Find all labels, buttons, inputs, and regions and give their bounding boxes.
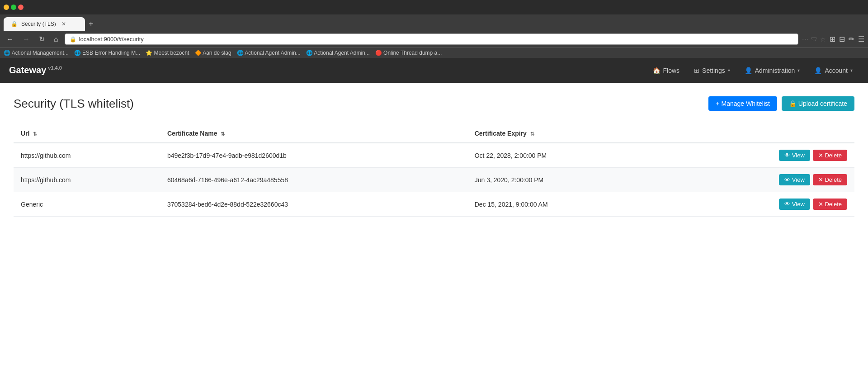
cell-url: https://github.com	[14, 168, 160, 192]
table-header: Url ⇅ Certificate Name ⇅ Certificate Exp…	[14, 124, 854, 143]
more-options-icon[interactable]: ⋯	[802, 36, 808, 43]
admin-nav-icon: 👤	[745, 67, 752, 74]
split-view-icon[interactable]: ⊟	[839, 35, 845, 43]
shield-icon: 🛡	[811, 36, 817, 43]
new-tab-button[interactable]: +	[85, 18, 97, 31]
address-bar-actions: ⋯ 🛡 ☆	[802, 36, 826, 43]
draw-icon[interactable]: ✏	[849, 35, 854, 43]
sidebar-icon[interactable]: ⊞	[830, 35, 835, 43]
delete-button[interactable]: ✕ Delete	[813, 150, 847, 161]
settings-chevron-icon: ▾	[728, 68, 730, 73]
tab-close-btn[interactable]: ✕	[61, 21, 66, 27]
cell-cert-name: 37053284-bed6-4d2e-88dd-522e32660c43	[160, 192, 467, 217]
row-actions: 👁 View✕ Delete	[674, 199, 848, 210]
app-navbar: Gatewayv1.4.0 🏠 Flows ⊞ Settings ▾ 👤 Adm…	[0, 58, 868, 83]
bookmark-meest-bezocht[interactable]: ⭐ Meest bezocht	[146, 50, 189, 56]
table-row: https://github.comb49e2f3b-17d9-47e4-9ad…	[14, 143, 854, 168]
col-actions	[667, 124, 855, 143]
cell-url: Generic	[14, 192, 160, 217]
page-title: Security (TLS whitelist)	[14, 97, 134, 111]
admin-chevron-icon: ▾	[797, 68, 800, 73]
table-row: https://github.com60468a6d-7166-496e-a61…	[14, 168, 854, 192]
address-bar[interactable]: 🔒 localhost:9000/#/security	[65, 33, 798, 45]
address-bar-row: ← → ↻ ⌂ 🔒 localhost:9000/#/security ⋯ 🛡 …	[0, 31, 868, 47]
table-body: https://github.comb49e2f3b-17d9-47e4-9ad…	[14, 143, 854, 217]
bookmark-actional-agent-1[interactable]: 🌐 Actional Agent Admin...	[237, 50, 301, 56]
url-sort-icon: ⇅	[33, 131, 37, 137]
view-button[interactable]: 👁 View	[779, 174, 810, 185]
back-btn[interactable]: ←	[4, 34, 16, 44]
account-nav-icon: 👤	[814, 67, 822, 74]
account-chevron-icon: ▾	[850, 68, 853, 73]
header-actions: + Manage Whitelist 🔒 Upload certificate	[708, 96, 854, 111]
bookmark-actional-agent-2[interactable]: 🌐 Actional Agent Admin...	[306, 50, 370, 56]
forward-btn[interactable]: →	[20, 34, 33, 44]
delete-button[interactable]: ✕ Delete	[813, 199, 847, 210]
bookmarks-bar: 🌐 Actional Management... 🌐 ESB Error Han…	[0, 47, 868, 58]
manage-whitelist-button[interactable]: + Manage Whitelist	[708, 96, 777, 111]
cell-cert-expiry: Oct 22, 2028, 2:00:00 PM	[467, 143, 667, 168]
row-actions: 👁 View✕ Delete	[674, 150, 848, 161]
certificates-table: Url ⇅ Certificate Name ⇅ Certificate Exp…	[14, 124, 854, 217]
bookmark-actional-mgmt[interactable]: 🌐 Actional Management...	[4, 50, 69, 56]
home-nav-icon: 🏠	[653, 67, 660, 74]
settings-nav-icon: ⊞	[694, 67, 699, 74]
upload-certificate-button[interactable]: 🔒 Upload certificate	[782, 96, 854, 111]
reload-btn[interactable]: ↻	[36, 34, 47, 44]
cert-name-sort-icon: ⇅	[221, 131, 225, 137]
bookmark-online-thread[interactable]: 🔴 Online Thread dump a...	[375, 50, 442, 56]
home-btn[interactable]: ⌂	[51, 34, 61, 44]
col-cert-expiry[interactable]: Certificate Expiry ⇅	[467, 124, 667, 143]
row-actions: 👁 View✕ Delete	[674, 174, 848, 185]
view-button[interactable]: 👁 View	[779, 150, 810, 161]
active-tab[interactable]: 🔒 Security (TLS) ✕	[4, 17, 85, 31]
page-header: Security (TLS whitelist) + Manage Whitel…	[14, 96, 854, 111]
app-brand: Gatewayv1.4.0	[9, 65, 62, 76]
cell-actions: 👁 View✕ Delete	[667, 192, 855, 217]
menu-icon[interactable]: ☰	[858, 35, 864, 43]
tab-title: Security (TLS)	[21, 21, 56, 27]
nav-settings[interactable]: ⊞ Settings ▾	[688, 58, 736, 83]
delete-button[interactable]: ✕ Delete	[813, 174, 847, 185]
cell-actions: 👁 View✕ Delete	[667, 168, 855, 192]
tab-favicon: 🔒	[11, 21, 18, 27]
url-text: localhost:9000/#/security	[79, 36, 144, 43]
col-url[interactable]: Url ⇅	[14, 124, 160, 143]
table-row: Generic37053284-bed6-4d2e-88dd-522e32660…	[14, 192, 854, 217]
star-icon[interactable]: ☆	[820, 36, 826, 43]
cell-cert-expiry: Dec 15, 2021, 9:00:00 AM	[467, 192, 667, 217]
nav-administration[interactable]: 👤 Administration ▾	[738, 58, 807, 83]
bookmark-aan-de-slag[interactable]: 🔶 Aan de slag	[195, 50, 231, 56]
maximize-btn[interactable]	[11, 5, 16, 10]
cell-actions: 👁 View✕ Delete	[667, 143, 855, 168]
cell-cert-expiry: Jun 3, 2020, 2:00:00 PM	[467, 168, 667, 192]
nav-flows[interactable]: 🏠 Flows	[646, 58, 686, 83]
tab-bar: 🔒 Security (TLS) ✕ +	[0, 14, 868, 31]
nav-account[interactable]: 👤 Account ▾	[808, 58, 859, 83]
col-cert-name[interactable]: Certificate Name ⇅	[160, 124, 467, 143]
main-content: Security (TLS whitelist) + Manage Whitel…	[0, 83, 868, 383]
minimize-btn[interactable]	[4, 5, 9, 10]
cell-cert-name: b49e2f3b-17d9-47e4-9adb-e981d2600d1b	[160, 143, 467, 168]
close-btn[interactable]	[18, 5, 24, 10]
bookmark-esb-error[interactable]: 🌐 ESB Error Handling M...	[74, 50, 140, 56]
cell-url: https://github.com	[14, 143, 160, 168]
cert-expiry-sort-icon: ⇅	[530, 131, 534, 137]
app-nav: 🏠 Flows ⊞ Settings ▾ 👤 Administration ▾ …	[646, 58, 859, 83]
cell-cert-name: 60468a6d-7166-496e-a612-4ac29a485558	[160, 168, 467, 192]
lock-icon: 🔒	[70, 36, 76, 43]
view-button[interactable]: 👁 View	[779, 199, 810, 210]
